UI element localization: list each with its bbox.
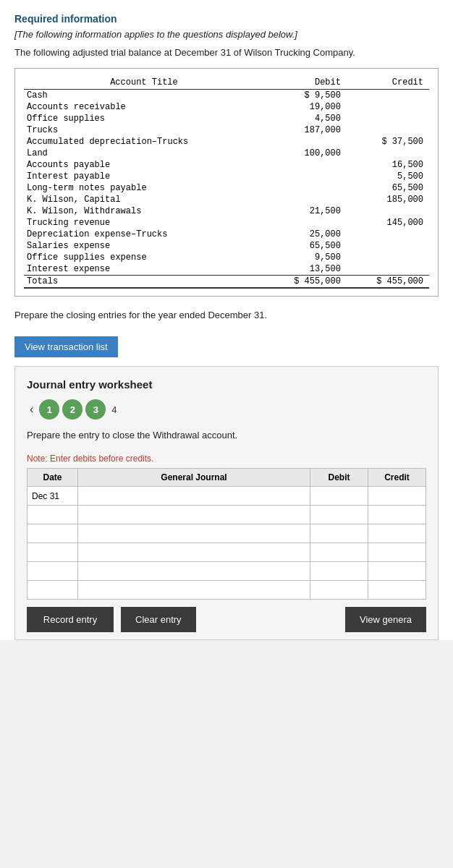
journal-description-cell[interactable] <box>78 581 310 600</box>
journal-date-cell <box>27 506 78 524</box>
table-row: Trucking revenue 145,000 <box>24 217 429 229</box>
debit-cell <box>264 159 347 171</box>
journal-debit-input[interactable] <box>310 543 368 561</box>
clear-entry-button[interactable]: Clear entry <box>121 607 196 632</box>
credit-cell <box>347 124 429 136</box>
table-row: Interest payable 5,500 <box>24 171 429 182</box>
account-name-cell: Depreciation expense–Trucks <box>24 229 264 240</box>
credit-cell <box>347 101 429 113</box>
journal-credit-input[interactable] <box>368 487 426 505</box>
debit-cell <box>264 194 347 205</box>
table-row: Cash $ 9,500 <box>24 90 429 102</box>
italic-note: [The following information applies to th… <box>14 29 439 40</box>
table-row: Land 100,000 <box>24 148 429 159</box>
view-general-button[interactable]: View genera <box>345 607 426 632</box>
journal-debit-input[interactable] <box>310 581 368 599</box>
journal-description-input[interactable] <box>78 524 310 542</box>
step-2-button[interactable]: 2 <box>62 399 82 420</box>
journal-description-input[interactable] <box>78 543 310 561</box>
journal-debit-cell[interactable] <box>310 581 368 600</box>
journal-credit-input[interactable] <box>368 506 426 524</box>
record-entry-button[interactable]: Record entry <box>27 607 114 632</box>
journal-description-cell[interactable] <box>78 506 310 524</box>
credit-cell: 5,500 <box>347 171 429 182</box>
date-column-header: Date <box>27 469 78 487</box>
prev-step-button[interactable]: ‹ <box>27 403 36 416</box>
debit-cell: 4,500 <box>264 113 347 124</box>
debit-column-header: Debit <box>310 469 368 487</box>
journal-debit-input[interactable] <box>310 487 368 505</box>
journal-description-cell[interactable] <box>78 543 310 562</box>
col-header-credit: Credit <box>347 76 429 90</box>
journal-description-cell[interactable] <box>78 562 310 581</box>
debit-cell: 9,500 <box>264 252 347 263</box>
journal-date-cell <box>27 562 78 581</box>
credit-cell <box>347 113 429 124</box>
journal-debit-cell[interactable] <box>310 524 368 543</box>
general-journal-column-header: General Journal <box>78 469 310 487</box>
bottom-buttons-bar: Record entry Clear entry View genera <box>27 600 426 639</box>
credit-cell: 65,500 <box>347 182 429 194</box>
journal-debit-input[interactable] <box>310 562 368 580</box>
account-name-cell: Office supplies <box>24 113 264 124</box>
journal-entry-row: Dec 31 <box>27 487 426 506</box>
credit-cell <box>347 263 429 276</box>
journal-entry-row <box>27 524 426 543</box>
credit-cell <box>347 90 429 102</box>
debit-cell: 65,500 <box>264 240 347 252</box>
journal-title: Journal entry worksheet <box>27 378 426 391</box>
debit-cell <box>264 182 347 194</box>
account-name-cell: Office supplies expense <box>24 252 264 263</box>
journal-entry-row <box>27 506 426 524</box>
journal-description-input[interactable] <box>78 506 310 524</box>
account-name-cell: Interest expense <box>24 263 264 276</box>
trial-balance-table: Account Title Debit Credit Cash $ 9,500 … <box>24 76 429 289</box>
journal-description-input[interactable] <box>78 581 310 599</box>
journal-description-input[interactable] <box>78 487 310 505</box>
totals-debit: $ 455,000 <box>264 276 347 289</box>
journal-entry-table: Date General Journal Debit Credit Dec 31 <box>27 468 426 600</box>
journal-credit-cell[interactable] <box>368 487 426 506</box>
journal-debit-input[interactable] <box>310 506 368 524</box>
table-row: Office supplies 4,500 <box>24 113 429 124</box>
journal-credit-input[interactable] <box>368 524 426 542</box>
journal-date-cell: Dec 31 <box>27 487 78 506</box>
journal-description-input[interactable] <box>78 562 310 580</box>
journal-credit-input[interactable] <box>368 543 426 561</box>
credit-cell: 145,000 <box>347 217 429 229</box>
step-1-button[interactable]: 1 <box>39 399 59 420</box>
trial-balance-panel: Account Title Debit Credit Cash $ 9,500 … <box>14 68 439 297</box>
journal-debit-cell[interactable] <box>310 562 368 581</box>
table-row: Accounts receivable 19,000 <box>24 101 429 113</box>
journal-description-cell[interactable] <box>78 487 310 506</box>
totals-credit: $ 455,000 <box>347 276 429 289</box>
journal-credit-input[interactable] <box>368 562 426 580</box>
journal-date-cell <box>27 581 78 600</box>
journal-debit-cell[interactable] <box>310 506 368 524</box>
account-name-cell: Accounts receivable <box>24 101 264 113</box>
journal-debit-input[interactable] <box>310 524 368 542</box>
journal-credit-cell[interactable] <box>368 524 426 543</box>
credit-cell <box>347 240 429 252</box>
step-3-button[interactable]: 3 <box>85 399 106 420</box>
journal-debit-cell[interactable] <box>310 487 368 506</box>
journal-date-cell <box>27 543 78 562</box>
journal-credit-cell[interactable] <box>368 581 426 600</box>
required-title: Required information <box>14 13 439 25</box>
journal-debit-cell[interactable] <box>310 543 368 562</box>
journal-date-cell <box>27 524 78 543</box>
account-name-cell: Trucking revenue <box>24 217 264 229</box>
credit-cell <box>347 252 429 263</box>
debit-cell: 100,000 <box>264 148 347 159</box>
table-row: Accumulated depreciation–Trucks $ 37,500 <box>24 136 429 148</box>
debit-cell <box>264 171 347 182</box>
journal-description-cell[interactable] <box>78 524 310 543</box>
credit-column-header: Credit <box>368 469 426 487</box>
view-transaction-button[interactable]: View transaction list <box>14 336 118 357</box>
journal-credit-cell[interactable] <box>368 506 426 524</box>
credit-cell <box>347 229 429 240</box>
journal-credit-cell[interactable] <box>368 543 426 562</box>
journal-credit-input[interactable] <box>368 581 426 599</box>
account-name-cell: Accumulated depreciation–Trucks <box>24 136 264 148</box>
journal-credit-cell[interactable] <box>368 562 426 581</box>
